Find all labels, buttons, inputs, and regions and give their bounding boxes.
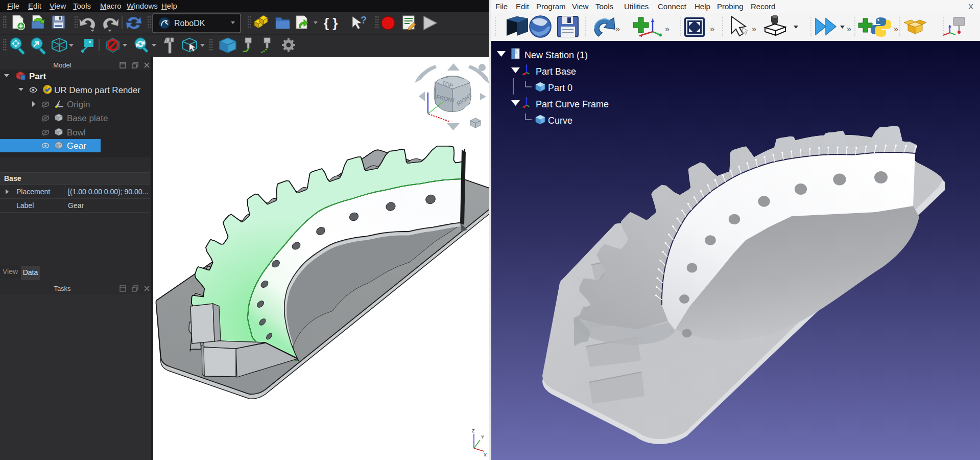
svg-text:Part 0: Part 0 [548, 83, 572, 93]
svg-text:Part: Part [29, 72, 46, 81]
svg-text:»: » [752, 25, 756, 33]
svg-text:Origin: Origin [67, 100, 90, 109]
svg-text:?: ? [361, 14, 367, 26]
svg-text:Part Base: Part Base [536, 66, 576, 77]
svg-text:»: » [710, 25, 714, 33]
svg-text:RoboDK: RoboDK [174, 19, 205, 28]
svg-text:New Station (1): New Station (1) [524, 50, 588, 60]
svg-text:Y: Y [481, 434, 484, 440]
svg-text:Gear: Gear [67, 141, 86, 151]
svg-text:Base plate: Base plate [67, 113, 108, 123]
svg-text:»: » [615, 25, 620, 33]
svg-text:»: » [665, 25, 670, 33]
svg-text:X: X [484, 452, 487, 457]
svg-text:Bowl: Bowl [67, 128, 86, 137]
svg-text:»: » [894, 25, 898, 33]
svg-text:{ }: { } [324, 15, 338, 31]
svg-text:UR Demo part Render: UR Demo part Render [54, 85, 140, 95]
svg-text:Curve: Curve [548, 116, 572, 126]
svg-text:Part Curve Frame: Part Curve Frame [536, 99, 609, 109]
svg-text:Z: Z [472, 428, 475, 433]
svg-text:»: » [847, 25, 851, 33]
